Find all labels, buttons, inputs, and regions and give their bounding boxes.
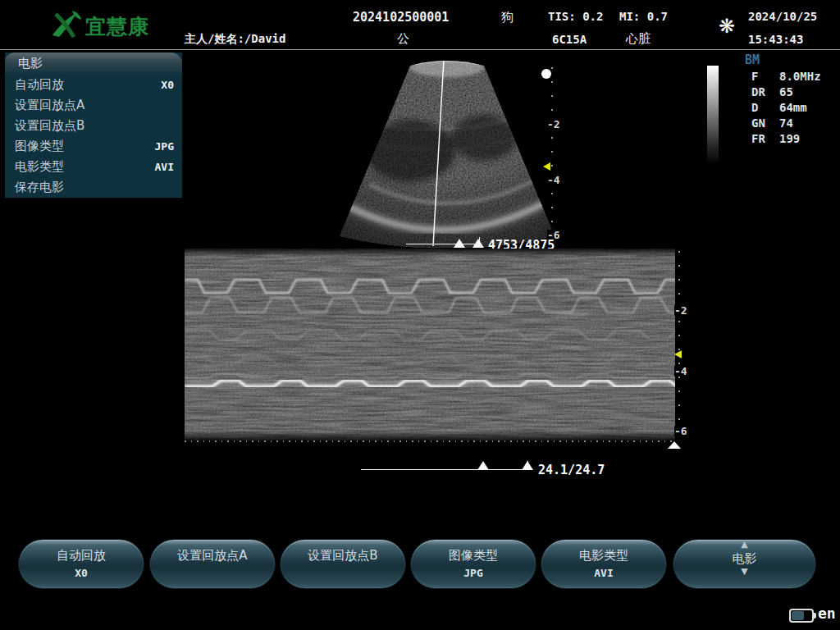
ultrasound-screen: 宜慧康 主人/姓名:/David 2024102500001 公 狗 TIS: … [0, 0, 840, 630]
menu-item-set-point-a[interactable]: 设置回放点A [5, 95, 182, 116]
softkey-auto-replay[interactable]: 自动回放 X0 [18, 539, 144, 589]
cine-progress-line [406, 244, 480, 244]
chevron-up-icon[interactable]: ▲ [673, 540, 815, 549]
m-depth-tick: -4 [674, 366, 687, 377]
exam-preset: 心脏 [626, 31, 651, 47]
orientation-marker-dot [541, 69, 551, 79]
b-depth-tick: -2 [547, 119, 560, 130]
m-mode-image [185, 249, 675, 441]
param-depth: D64mm [751, 100, 821, 116]
tis-value: TIS: 0.2 [548, 10, 603, 23]
top-status-bar: 宜慧康 主人/姓名:/David 2024102500001 公 狗 TIS: … [0, 0, 840, 50]
menu-item-auto-replay[interactable]: 自动回放 X0 [5, 75, 182, 95]
menu-item-image-type[interactable]: 图像类型 JPG [5, 136, 182, 157]
softkey-cine-menu[interactable]: ▲ 电影 ▼ [673, 539, 816, 589]
param-gain: GN74 [751, 116, 821, 131]
softkey-image-type[interactable]: 图像类型 JPG [410, 539, 536, 589]
b-depth-tick: -4 [547, 175, 560, 185]
softkey-set-point-a[interactable]: 设置回放点A [149, 539, 276, 589]
system-date: 2024/10/25 [748, 10, 817, 23]
m-sweep-position-marker[interactable] [668, 441, 681, 449]
menu-item-save-cine[interactable]: 保存电影 [5, 177, 182, 198]
mode-label: BM [745, 52, 760, 67]
softkey-cine-type[interactable]: 电影类型 AVI [541, 539, 667, 589]
patient-species: 狗 [501, 10, 514, 25]
battery-icon [789, 609, 814, 623]
m-depth-ruler [678, 251, 680, 440]
menu-title: 电影 [5, 52, 182, 75]
time-scale-end-tick [527, 461, 528, 469]
patient-sex: 公 [397, 31, 409, 47]
b-focus-marker-icon[interactable] [543, 162, 550, 171]
logo-text: 宜慧康 [85, 13, 149, 40]
cine-point-a-marker[interactable] [454, 239, 465, 248]
freeze-snowflake-icon: ❋ [719, 15, 735, 38]
cine-progress-end-tick [479, 237, 480, 244]
owner-name: 主人/姓名:/David [185, 32, 285, 47]
chevron-down-icon[interactable]: ▼ [673, 567, 815, 576]
b-mode-image [332, 54, 562, 248]
softkey-set-point-b[interactable]: 设置回放点B [280, 539, 406, 589]
menu-item-cine-type[interactable]: 电影类型 AVI [5, 157, 182, 177]
system-time: 15:43:43 [748, 33, 803, 46]
probe-model: 6C15A [552, 33, 587, 46]
image-parameters: F8.0MHz DR65 D64mm GN74 FR199 [751, 69, 821, 147]
logo-icon [48, 7, 84, 43]
param-frequency: F8.0MHz [751, 69, 821, 84]
time-scale-line [361, 469, 529, 470]
grayscale-bar [707, 66, 719, 162]
exam-id: 2024102500001 [353, 10, 449, 25]
m-time-ruler [185, 441, 675, 442]
m-focus-marker-icon[interactable] [674, 350, 682, 358]
cine-menu-panel: 电影 自动回放 X0 设置回放点A 设置回放点B 图像类型 JPG 电影类型 A… [5, 52, 182, 198]
time-counter: 24.1/24.7 [538, 463, 605, 477]
param-frame-rate: FR199 [751, 131, 821, 147]
param-dynamic-range: DR65 [751, 84, 821, 100]
input-language-indicator[interactable]: en [818, 605, 836, 622]
b-depth-ruler [551, 67, 553, 240]
m-depth-tick: -2 [674, 305, 687, 316]
time-marker-a[interactable] [477, 461, 489, 470]
mi-value: MI: 0.7 [619, 10, 668, 23]
m-depth-tick: -6 [674, 426, 687, 436]
cine-point-b-marker[interactable] [472, 239, 484, 248]
menu-item-set-point-b[interactable]: 设置回放点B [5, 116, 182, 136]
